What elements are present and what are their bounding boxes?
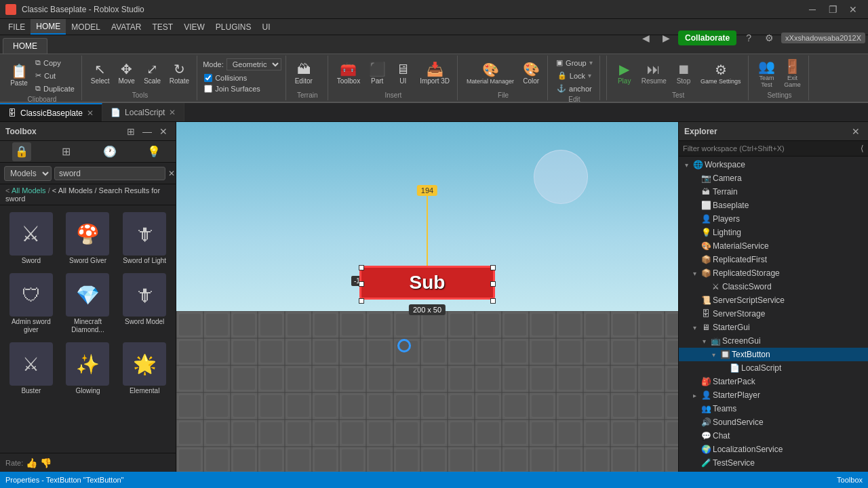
collaborate-button[interactable]: Collaborate	[678, 30, 736, 45]
select-button[interactable]: ↖ Select	[87, 60, 113, 87]
search-type-select[interactable]: Models Plugins Decals	[4, 166, 52, 181]
viewport[interactable]: 194 -13 Sub 200 x 50	[176, 122, 678, 472]
tool-elemental[interactable]: 🌟 Elemental	[117, 340, 172, 398]
tab-home[interactable]: HOME	[3, 38, 47, 54]
tree-localizationservice[interactable]: 🌍 LocalizationService	[679, 443, 868, 456]
move-handle[interactable]	[397, 339, 411, 352]
tree-startergui[interactable]: ▾ 🖥 StarterGui	[679, 321, 868, 334]
select-handle-bl[interactable]	[359, 298, 364, 304]
menu-avatar[interactable]: AVATAR	[106, 19, 146, 35]
toolbox-lock-btn[interactable]: 🔒	[12, 142, 31, 161]
tree-testservice[interactable]: 🧪 TestService	[679, 456, 868, 470]
help-icon[interactable]: ?	[741, 30, 757, 46]
tool-sword-model[interactable]: 🗡 Sword Model	[117, 270, 172, 337]
tree-workspace[interactable]: ▾ 🌐 Workspace	[679, 158, 868, 171]
material-manager-button[interactable]: 🎨 Material Manager	[463, 61, 517, 87]
toolbox-recent-btn[interactable]: 🕐	[100, 142, 119, 161]
close-button[interactable]: ✕	[844, 2, 863, 17]
menu-file[interactable]: FILE	[3, 19, 31, 35]
select-handle-ml[interactable]	[359, 281, 364, 287]
anchor-button[interactable]: ⚓ anchor	[554, 83, 595, 94]
tool-minecraft-diamond[interactable]: 💎 Minecraft Diamond...	[61, 270, 115, 337]
play-button[interactable]: ▶ Play	[612, 60, 637, 87]
forward-icon[interactable]: ▶	[658, 30, 674, 46]
team-test-button[interactable]: 👥 TeamTest	[754, 58, 778, 90]
toolbox-button[interactable]: 🧰 Toolbox	[334, 60, 363, 87]
tab-close-local[interactable]: ✕	[169, 108, 176, 117]
select-handle-tr[interactable]	[490, 265, 496, 270]
tool-sword-of-light[interactable]: 🗡 Sword of Light	[117, 209, 172, 268]
menu-view[interactable]: VIEW	[178, 19, 210, 35]
toolbox-idea-btn[interactable]: 💡	[144, 142, 163, 161]
toolbox-grid-btn[interactable]: ⊞	[56, 142, 75, 161]
game-settings-button[interactable]: ⚙ Game Settings	[697, 61, 745, 87]
import3d-button[interactable]: 📥 Import 3D	[416, 60, 453, 87]
filter-collapse-icon[interactable]: ⟨	[861, 144, 864, 153]
thumbs-down-icon[interactable]: 👎	[40, 458, 52, 468]
back-icon[interactable]: ◀	[637, 30, 654, 46]
collisions-checkbox-row[interactable]: Collisions	[203, 73, 248, 83]
tree-baseplate[interactable]: ⬜ Baseplate	[679, 199, 868, 212]
select-handle-br[interactable]	[490, 298, 496, 304]
tree-starterplayer[interactable]: ▸ 👤 StarterPlayer	[679, 388, 868, 402]
collisions-checkbox[interactable]	[204, 74, 212, 82]
tree-classicsword[interactable]: ⚔ ClassicSword	[679, 280, 868, 293]
tree-screengui[interactable]: ▾ 📺 ScreenGui	[679, 334, 868, 348]
tree-replicatedfirst[interactable]: 📦 ReplicatedFirst	[679, 253, 868, 266]
scale-button[interactable]: ⤢ Scale	[140, 60, 165, 87]
group-button[interactable]: ▣ Group ▾	[553, 57, 595, 68]
tab-local-script[interactable]: 📄 LocalScript ✕	[102, 103, 184, 121]
maximize-button[interactable]: ❐	[823, 2, 842, 17]
user-badge[interactable]: xXxshadowsaba2012X	[781, 33, 865, 43]
menu-model[interactable]: MODEL	[66, 19, 106, 35]
select-handle-mr[interactable]	[490, 281, 496, 287]
tree-materialservice[interactable]: 🎨 MaterialService	[679, 239, 868, 253]
toolbox-collapse-btn[interactable]: —	[140, 125, 154, 138]
tool-admin-sword[interactable]: 🛡 Admin sword giver	[4, 270, 58, 337]
duplicate-button[interactable]: ⧉ Duplicate	[33, 83, 77, 94]
thumbs-up-icon[interactable]: 👍	[26, 458, 37, 468]
search-clear-btn[interactable]: ✕	[168, 167, 175, 180]
tool-sword[interactable]: ⚔ Sword	[4, 209, 58, 268]
explorer-close-btn[interactable]: ✕	[849, 125, 863, 138]
tree-lighting[interactable]: 💡 Lighting	[679, 226, 868, 239]
color-button[interactable]: 🎨 Color	[519, 60, 543, 87]
tree-replicatedstorage[interactable]: ▾ 📦 ReplicatedStorage	[679, 266, 868, 280]
tool-buster[interactable]: ⚔ Buster	[4, 340, 58, 398]
tree-serverstorage[interactable]: 🗄 ServerStorage	[679, 307, 868, 321]
join-surfaces-checkbox-row[interactable]: Join Surfaces	[203, 84, 262, 94]
breadcrumb-link[interactable]: All Models	[12, 186, 46, 195]
menu-test[interactable]: TEST	[146, 19, 178, 35]
tree-players[interactable]: 👤 Players	[679, 212, 868, 226]
tree-camera[interactable]: 📷 Camera	[679, 171, 868, 185]
part-button[interactable]: ⬛ Part	[365, 60, 389, 87]
tree-localscript[interactable]: 📄 LocalScript	[679, 361, 868, 375]
menu-ui[interactable]: UI	[257, 19, 276, 35]
tree-soundservice[interactable]: 🔊 SoundService	[679, 415, 868, 429]
editor-button[interactable]: 🏔 Editor	[292, 60, 316, 87]
stop-button[interactable]: ⏹ Stop	[671, 60, 696, 87]
resume-button[interactable]: ⏭ Resume	[638, 60, 670, 87]
tree-chat[interactable]: 💬 Chat	[679, 429, 868, 443]
mode-select[interactable]: Geometric	[226, 58, 281, 70]
paste-button[interactable]: 📋 Paste	[7, 62, 31, 89]
copy-button[interactable]: ⧉ Copy	[33, 57, 77, 68]
tool-glowing[interactable]: ✨ Glowing	[61, 340, 115, 398]
toolbox-close-btn[interactable]: ✕	[157, 125, 170, 138]
tree-teams[interactable]: 👥 Teams	[679, 402, 868, 415]
exit-game-button[interactable]: 🚪 ExitGame	[780, 58, 804, 90]
menu-home[interactable]: HOME	[31, 19, 66, 35]
toolbox-grid-view-btn[interactable]: ⊞	[124, 125, 138, 138]
ui-button-preview[interactable]: Sub	[359, 266, 495, 300]
move-button[interactable]: ✥ Move	[115, 60, 139, 87]
tree-starterpack[interactable]: 🎒 StarterPack	[679, 375, 868, 388]
tree-terrain[interactable]: 🏔 Terrain	[679, 185, 868, 199]
join-surfaces-checkbox[interactable]	[204, 85, 212, 93]
search-input[interactable]	[54, 167, 165, 180]
settings-icon[interactable]: ⚙	[761, 30, 777, 46]
tab-classic-baseplate[interactable]: 🗄 ClassicBaseplate ✕	[0, 103, 102, 121]
tree-textbutton[interactable]: ▾ 🔲 TextButton	[679, 348, 868, 361]
menu-plugins[interactable]: PLUGINS	[210, 19, 257, 35]
cut-button[interactable]: ✂ Cut	[33, 70, 77, 81]
rotate-button[interactable]: ↻ Rotate	[166, 60, 193, 87]
